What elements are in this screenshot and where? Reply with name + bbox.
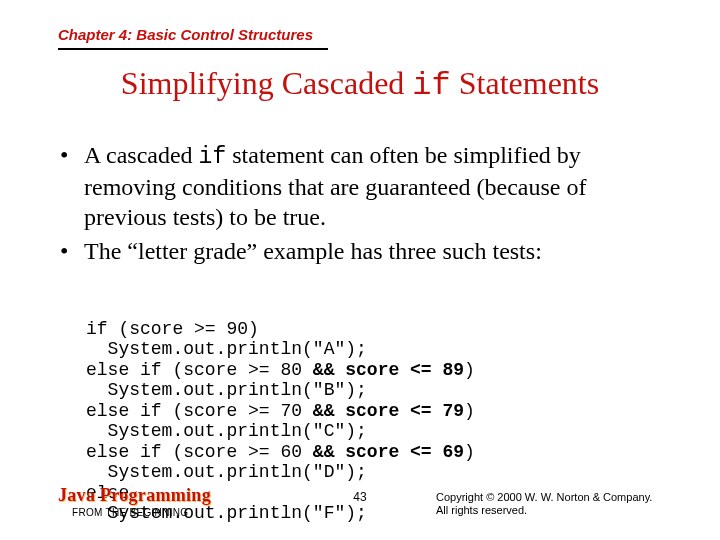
title-pre: Simplifying Cascaded: [121, 65, 413, 101]
code-line: System.out.println("B");: [86, 380, 367, 400]
copyright-line-2: All rights reserved.: [436, 504, 676, 518]
code-line: else if (score >= 60 && score <= 69): [86, 442, 475, 462]
bullet-list: A cascaded if statement can often be sim…: [60, 140, 670, 270]
bullet-1: A cascaded if statement can often be sim…: [60, 140, 670, 232]
bullet-1-pre: A cascaded: [84, 142, 199, 168]
book-subtitle: FROM THE BEGINNING: [72, 507, 211, 518]
slide: Chapter 4: Basic Control Structures Simp…: [0, 0, 720, 540]
title-post: Statements: [451, 65, 599, 101]
footer-right: Copyright © 2000 W. W. Norton & Company.…: [436, 491, 676, 519]
code-line: System.out.println("A");: [86, 339, 367, 359]
code-line: else if (score >= 80 && score <= 89): [86, 360, 475, 380]
code-line: if (score >= 90): [86, 319, 259, 339]
chapter-label: Chapter 4: Basic Control Structures: [58, 26, 313, 43]
divider: [58, 48, 328, 50]
code-line: System.out.println("C");: [86, 421, 367, 441]
bullet-2: The “letter grade” example has three suc…: [60, 236, 670, 266]
copyright-line-1: Copyright © 2000 W. W. Norton & Company.: [436, 491, 676, 505]
code-line: else if (score >= 70 && score <= 79): [86, 401, 475, 421]
page-title: Simplifying Cascaded if Statements: [0, 65, 720, 104]
title-mono: if: [412, 67, 450, 104]
code-line: System.out.println("D");: [86, 462, 367, 482]
bullet-1-mono: if: [199, 144, 227, 170]
